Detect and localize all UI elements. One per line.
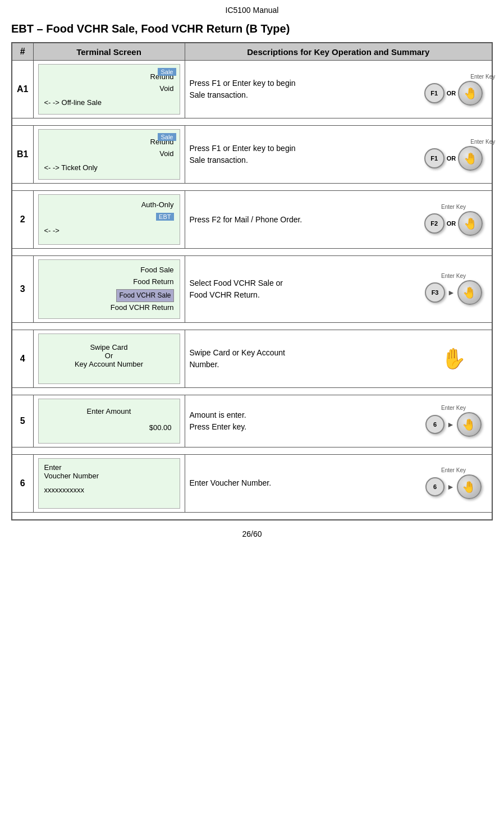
- table-row: 4 Swipe Card Or Key Account Number Swipe…: [12, 330, 492, 387]
- desc-cell: Press F1 or Enter key to beginSale trans…: [185, 126, 492, 184]
- main-table: # Terminal Screen Descriptions for Key O…: [11, 42, 493, 520]
- table-row: 6 Enter Voucher Number xxxxxxxxxxx Enter…: [12, 454, 492, 512]
- screen-cell: Enter Voucher Number xxxxxxxxxxx: [33, 454, 185, 512]
- desc-cell: Enter Voucher Number. Enter Key 6 ► 🤚: [185, 454, 492, 512]
- row-id: 4: [12, 330, 33, 387]
- screen-cell: Enter Amount $00.00: [33, 395, 185, 447]
- key-visual: ✋: [420, 347, 487, 371]
- table-row: 3 Food Sale Food Return Food VCHR Sale F…: [12, 256, 492, 323]
- desc-cell: Select Food VCHR Sale orFood VCHR Return…: [185, 256, 492, 323]
- desc-text: Press F2 for Mail / Phone Order.: [190, 214, 303, 226]
- table-row: A1 Sale Refund Void <- -> Off-line Sale …: [12, 61, 492, 118]
- row-id: 6: [12, 454, 33, 512]
- desc-cell: Amount is enter.Press Enter key. Enter K…: [185, 395, 492, 447]
- row-id: 5: [12, 395, 33, 447]
- header-num: #: [12, 43, 33, 61]
- key-visual: Enter Key 6 ► 🤚: [420, 467, 487, 499]
- desc-cell: Press F1 or Enter key to beginSale trans…: [185, 61, 492, 118]
- screen-cell: Auth-Only EBT <- ->: [33, 191, 185, 249]
- row-id: B1: [12, 126, 33, 184]
- screen-cell: Sale Refund Void <- -> Ticket Only: [33, 126, 185, 184]
- row-id: 2: [12, 191, 33, 249]
- desc-cell: Swipe Card or Key AccountNumber. ✋: [185, 330, 492, 387]
- row-id: 3: [12, 256, 33, 323]
- desc-text: Enter Voucher Number.: [190, 477, 272, 489]
- row-id: A1: [12, 61, 33, 118]
- header-screen: Terminal Screen: [33, 43, 185, 61]
- desc-text: Swipe Card or Key AccountNumber.: [190, 347, 285, 371]
- section-title: EBT – Food VCHR Sale, Food VCHR Return (…: [11, 20, 493, 38]
- key-visual: Enter Key F1 OR 🤚: [420, 139, 487, 171]
- desc-text: Press F1 or Enter key to beginSale trans…: [190, 77, 296, 101]
- desc-text: Amount is enter.Press Enter key.: [190, 409, 247, 433]
- header-desc: Descriptions for Key Operation and Summa…: [185, 43, 492, 61]
- page-title: IC5100 Manual: [11, 6, 493, 15]
- key-visual: Enter Key F2 OR 🤚: [420, 204, 487, 236]
- desc-text: Press F1 or Enter key to beginSale trans…: [190, 143, 296, 166]
- page-num: 26/60: [11, 529, 493, 538]
- table-row: 2 Auth-Only EBT <- -> Press F2 for Mail …: [12, 191, 492, 249]
- table-row: 5 Enter Amount $00.00 Amount is enter.Pr…: [12, 395, 492, 447]
- screen-cell: Sale Refund Void <- -> Off-line Sale: [33, 61, 185, 118]
- key-visual: Enter Key 6 ► 🤚: [420, 405, 487, 437]
- table-row: B1 Sale Refund Void <- -> Ticket Only Pr…: [12, 126, 492, 184]
- desc-text: Select Food VCHR Sale orFood VCHR Return…: [190, 277, 283, 301]
- key-visual: Enter Key F3 ► 🤚: [420, 273, 487, 305]
- screen-cell: Food Sale Food Return Food VCHR Sale Foo…: [33, 256, 185, 323]
- screen-cell: Swipe Card Or Key Account Number: [33, 330, 185, 387]
- desc-cell: Press F2 for Mail / Phone Order. Enter K…: [185, 191, 492, 249]
- key-visual: Enter Key F1 OR 🤚: [420, 74, 487, 106]
